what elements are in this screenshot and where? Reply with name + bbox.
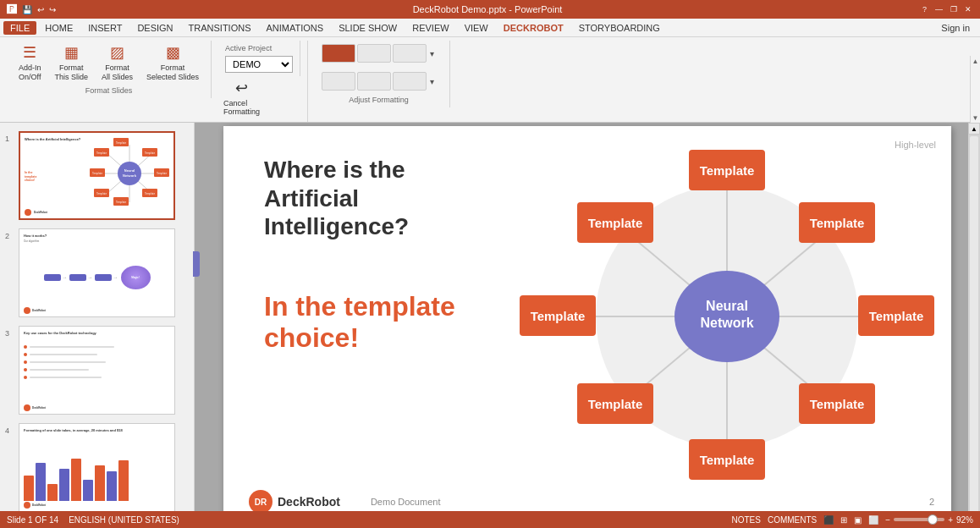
- thumb4-chart: [24, 454, 170, 501]
- slide-number-2: 2: [5, 232, 14, 240]
- slide-number-4: 4: [5, 426, 14, 435]
- quick-access-undo[interactable]: ↩: [37, 5, 44, 14]
- zoom-thumb: [928, 514, 938, 525]
- menu-storyboarding[interactable]: STORYBOARDING: [572, 21, 667, 35]
- menu-file[interactable]: FILE: [3, 21, 36, 35]
- canvas-area: Where is the Artificial Intelligence? In…: [195, 123, 980, 527]
- slide-info: Slide 1 OF 14: [7, 515, 58, 525]
- menu-design[interactable]: DESIGN: [130, 21, 179, 35]
- svg-text:Template: Template: [96, 192, 107, 195]
- menu-review[interactable]: REVIEW: [405, 21, 455, 35]
- quick-access-redo[interactable]: ↪: [49, 5, 56, 14]
- thumb1-bottom: DeckRobot: [25, 209, 47, 216]
- bar-5: [71, 459, 81, 501]
- svg-text:Template: Template: [588, 216, 643, 230]
- active-project-label: Active Project: [225, 44, 293, 52]
- help-button[interactable]: ?: [919, 4, 930, 15]
- view-presenter[interactable]: ⬜: [868, 515, 878, 525]
- svg-text:Network: Network: [700, 316, 753, 330]
- slide-thumbnail-2: How it works? Our algorithm → → → Magic!: [19, 228, 175, 317]
- cancel-formatting-button[interactable]: ↩ CancelFormatting: [218, 76, 265, 118]
- scroll-up-button[interactable]: ▲: [968, 123, 980, 135]
- slide-thumbnail-3: Key use cases for the DeckRobot technolo…: [19, 326, 175, 415]
- slide-subtitle: In the template choice!: [264, 291, 501, 354]
- ribbon-format-buttons: ☰ Add-InOn/Off ▦ FormatThis Slide ▨ Form…: [14, 41, 204, 85]
- slide-thumbnail-1: Where is the Artificial Intelligence? In…: [19, 131, 175, 220]
- scroll-track[interactable]: [970, 136, 978, 514]
- zoom-slider[interactable]: [894, 518, 944, 521]
- slide-thumb-2[interactable]: 2 How it works? Our algorithm → → → Magi…: [3, 227, 190, 319]
- svg-text:Template: Template: [157, 172, 168, 175]
- thumb3-title: Key use cases for the DeckRobot technolo…: [24, 331, 125, 335]
- adj-icon-6[interactable]: [393, 72, 427, 91]
- slide-page-number: 2: [929, 497, 934, 507]
- adj-icon-1[interactable]: [322, 44, 355, 63]
- format-slides-group-label: Format Slides: [85, 86, 133, 95]
- format-all-slides-button[interactable]: ▨ FormatAll Slides: [96, 41, 138, 85]
- adj-expand-1[interactable]: ▾: [428, 47, 436, 60]
- zoom-level: 92%: [956, 515, 973, 525]
- thumb4-title: Formatting of one slide takes, in averag…: [24, 428, 125, 432]
- adj-icon-4[interactable]: [322, 72, 355, 91]
- menu-bar: FILE HOME INSERT DESIGN TRANSITIONS ANIM…: [0, 19, 980, 37]
- thumb4-logo: [24, 502, 30, 509]
- adj-icon-3[interactable]: [393, 44, 427, 63]
- view-slide-sorter[interactable]: ⊞: [840, 515, 847, 525]
- menu-deckrobot[interactable]: DECKROBOT: [497, 21, 570, 35]
- zoom-in-button[interactable]: +: [948, 515, 953, 525]
- deckrobot-icon: DR: [249, 490, 273, 514]
- view-normal[interactable]: ⬛: [823, 515, 834, 525]
- thumb3-line-3: [30, 361, 106, 363]
- bar-3: [47, 484, 58, 501]
- menu-home[interactable]: HOME: [38, 21, 80, 35]
- slide-thumb-4[interactable]: 4 Formatting of one slide takes, in aver…: [3, 421, 190, 514]
- thumb3-dot-4: [24, 368, 27, 371]
- svg-text:Template: Template: [810, 397, 865, 411]
- view-reading[interactable]: ▣: [854, 515, 862, 525]
- thumb2-title: How it works?: [24, 234, 47, 238]
- ribbon-scroll-up[interactable]: ▲: [971, 56, 980, 67]
- add-in-off-button[interactable]: ☰ Add-InOn/Off: [14, 41, 47, 85]
- thumb2-content: → → → Magic!: [24, 246, 170, 308]
- thumb3-row-5: [24, 376, 114, 379]
- menu-insert[interactable]: INSERT: [81, 21, 129, 35]
- format-this-slide-button[interactable]: ▦ FormatThis Slide: [50, 41, 94, 85]
- arrow-3: →: [113, 275, 118, 280]
- thumb2-bottom: DeckRobot: [24, 307, 46, 314]
- svg-text:Neural: Neural: [124, 168, 135, 173]
- slide-thumb-1[interactable]: 1 Where is the Artificial Intelligence? …: [3, 129, 190, 222]
- menu-view[interactable]: VIEW: [458, 21, 495, 35]
- svg-text:Template: Template: [869, 309, 924, 323]
- adj-icon-5[interactable]: [357, 72, 391, 91]
- status-right: NOTES COMMENTS ⬛ ⊞ ▣ ⬜ − + 92%: [732, 515, 974, 525]
- bar-8: [107, 471, 117, 501]
- slide-canvas: Where is the Artificial Intelligence? In…: [223, 126, 951, 524]
- zoom-out-button[interactable]: −: [885, 515, 890, 525]
- thumb3-dots: [24, 345, 114, 379]
- thumb3-line-4: [30, 369, 89, 371]
- maximize-button[interactable]: ❐: [948, 4, 959, 15]
- bar-1: [24, 476, 34, 501]
- sign-in-button[interactable]: Sign in: [934, 21, 977, 35]
- minimize-button[interactable]: —: [933, 4, 944, 15]
- thumb3-dot-5: [24, 376, 27, 379]
- comments-button[interactable]: COMMENTS: [768, 515, 817, 525]
- menu-animations[interactable]: ANIMATIONS: [260, 21, 331, 35]
- menu-slideshow[interactable]: SLIDE SHOW: [332, 21, 404, 35]
- add-in-icon: ☰: [23, 43, 36, 62]
- adj-expand-2[interactable]: ▾: [428, 75, 436, 88]
- slide-panel: 1 Where is the Artificial Intelligence? …: [0, 123, 195, 527]
- active-project-box: Active Project DEMO: [218, 41, 300, 76]
- app-icon: 🅿: [7, 3, 17, 15]
- neural-svg: Neural Network Template Template Templat…: [520, 135, 934, 498]
- format-selected-button[interactable]: ▩ FormatSelected Slides: [141, 41, 204, 85]
- active-project-select[interactable]: DEMO: [225, 56, 293, 73]
- panel-indicator[interactable]: [193, 251, 200, 277]
- quick-access-save[interactable]: 💾: [22, 5, 32, 14]
- close-button[interactable]: ✕: [962, 4, 973, 15]
- add-in-label: Add-InOn/Off: [19, 63, 41, 82]
- notes-button[interactable]: NOTES: [732, 515, 761, 525]
- adj-icon-2[interactable]: [357, 44, 391, 63]
- menu-transitions[interactable]: TRANSITIONS: [182, 21, 258, 35]
- slide-thumb-3[interactable]: 3 Key use cases for the DeckRobot techno…: [3, 324, 190, 416]
